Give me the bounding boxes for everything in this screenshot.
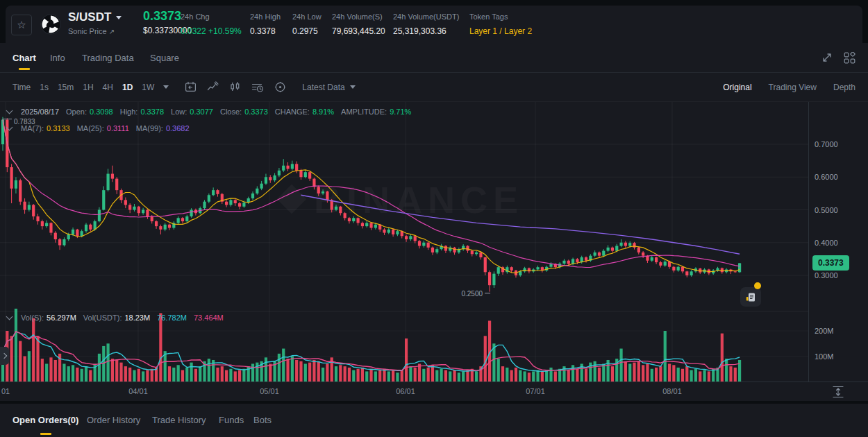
candle-body: [28, 205, 31, 209]
volume-bar: [45, 363, 48, 382]
volume-bar: [62, 363, 65, 382]
volume-bar: [409, 366, 412, 382]
volume-bar: [690, 370, 693, 382]
token-tags-link[interactable]: Layer 1 / Layer 2: [469, 26, 532, 36]
candle-body: [322, 191, 324, 194]
view-trading-view[interactable]: Trading View: [769, 83, 817, 92]
volume-bar: [642, 365, 644, 382]
volume-bar: [119, 363, 122, 382]
candle-body: [229, 200, 232, 205]
tab-trade-history[interactable]: Trade History: [152, 404, 206, 436]
tab-funds[interactable]: Funds: [219, 404, 244, 436]
interval-1d[interactable]: 1D: [122, 83, 133, 92]
candle-body: [619, 243, 622, 246]
volume-bar: [326, 363, 328, 382]
volume-bar: [721, 334, 724, 382]
volume-bar: [308, 363, 311, 382]
price-chart-svg[interactable]: BINANCE0.78330.2500: [0, 102, 808, 382]
volume-bar: [453, 370, 456, 382]
volume-bar: [449, 371, 451, 382]
chevron-down-icon: [350, 85, 356, 89]
interval-4h[interactable]: 4H: [103, 83, 113, 92]
chart-style-icon[interactable]: [207, 81, 219, 93]
tab-bots[interactable]: Bots: [253, 404, 272, 436]
volume-bar: [335, 366, 337, 382]
interval-more-icon[interactable]: [163, 85, 169, 89]
candlestick-icon[interactable]: [229, 81, 241, 93]
volume-bar: [299, 361, 302, 382]
candle-body: [212, 190, 215, 195]
interval-15m[interactable]: 15m: [58, 83, 74, 92]
volume-bar: [106, 343, 109, 382]
candle-body: [128, 205, 131, 209]
volume-bar: [124, 366, 127, 382]
volume-bar: [194, 369, 197, 382]
candle-body: [124, 200, 127, 205]
tab-chart[interactable]: Chart: [12, 43, 36, 72]
volume-bar: [392, 370, 394, 382]
candle-body: [497, 267, 500, 273]
tab-trading-data[interactable]: Trading Data: [82, 43, 134, 72]
volume-bar: [651, 369, 653, 382]
calendar-icon[interactable]: [185, 81, 197, 93]
symbol-subtitle[interactable]: Sonic Price ↗: [68, 27, 122, 35]
tab-square[interactable]: Square: [150, 43, 179, 72]
candle-body: [102, 190, 105, 209]
volume-bar: [221, 366, 224, 382]
volume-bar: [484, 336, 487, 382]
indicator-settings-icon[interactable]: [251, 81, 264, 93]
ma-legend: MA(7):0.3133 MA(25):0.3111 MA(99):0.3682: [7, 124, 190, 132]
tab-open-orders[interactable]: Open Orders(0): [12, 404, 78, 436]
candle-body: [453, 248, 456, 252]
volume-bar: [365, 371, 368, 382]
news-feed-button[interactable]: [740, 287, 761, 307]
tab-order-history[interactable]: Order History: [87, 404, 140, 436]
interval-1h[interactable]: 1H: [83, 83, 93, 92]
tab-info[interactable]: Info: [50, 43, 65, 72]
collapse-legend-icon[interactable]: [6, 108, 13, 114]
favorite-button[interactable]: ☆: [11, 15, 32, 35]
candle-body: [164, 225, 167, 230]
candle-body: [76, 230, 78, 236]
view-original[interactable]: Original: [723, 83, 751, 92]
candle-body: [32, 205, 35, 216]
candle-body: [633, 243, 635, 248]
volume-bar: [699, 371, 701, 382]
candle-body: [216, 190, 219, 194]
collapse-volume-icon[interactable]: [6, 314, 13, 320]
volume-bar: [637, 361, 640, 382]
volume-bar: [510, 370, 513, 382]
candle-body: [339, 207, 342, 213]
candle-body: [562, 261, 565, 264]
time-tick-label: 06/01: [396, 387, 415, 395]
view-depth[interactable]: Depth: [833, 83, 856, 92]
candlestick-chart[interactable]: BINANCE0.78330.2500: [0, 102, 808, 382]
grid-layout-icon[interactable]: [844, 52, 856, 64]
time-axis[interactable]: 0104/0105/0106/0107/0108/01: [0, 382, 868, 401]
price-axis[interactable]: 0.70000.60000.50000.40000.3000200M100M0.…: [809, 102, 868, 382]
latest-data-dropdown[interactable]: Latest Data: [302, 83, 355, 92]
volume-bar: [146, 370, 149, 382]
interval-1w[interactable]: 1W: [142, 83, 154, 92]
price-tick-label: 0.4000: [815, 237, 838, 248]
candle-body: [567, 261, 570, 264]
fit-scale-icon[interactable]: [831, 385, 846, 399]
candle-body: [208, 195, 210, 201]
candle-body: [81, 231, 83, 236]
candle-body: [690, 271, 693, 275]
volume-bar: [545, 370, 548, 382]
candle-body: [45, 223, 48, 226]
settings-target-icon[interactable]: [274, 81, 286, 93]
candle-body: [203, 202, 206, 208]
volume-bar: [251, 363, 254, 382]
volume-bar: [142, 371, 144, 382]
panel-expander-button[interactable]: [0, 347, 9, 365]
candle-body: [326, 191, 328, 200]
candle-body: [607, 248, 610, 251]
interval-1s[interactable]: 1s: [40, 83, 49, 92]
collapse-ma-icon[interactable]: [6, 124, 13, 131]
symbol-selector[interactable]: S/USDT: [68, 10, 122, 24]
volume-bar: [339, 365, 342, 382]
candle-body: [54, 233, 57, 239]
expand-icon[interactable]: [821, 52, 833, 63]
